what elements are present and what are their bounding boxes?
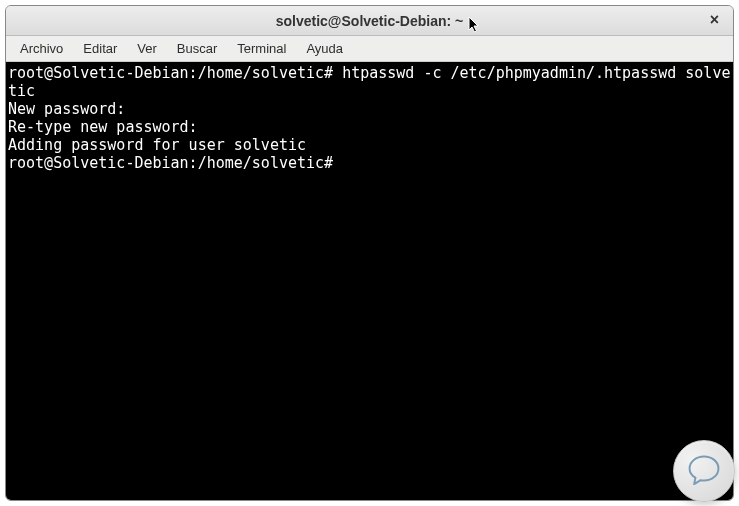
menu-buscar[interactable]: Buscar [167, 38, 227, 59]
close-button[interactable]: × [706, 12, 723, 28]
terminal-line: Adding password for user solvetic [8, 136, 306, 154]
menu-editar[interactable]: Editar [73, 38, 127, 59]
menu-archivo[interactable]: Archivo [10, 38, 73, 59]
terminal-line: New password: [8, 100, 125, 118]
terminal-line: root@Solvetic-Debian:/home/solvetic# [8, 154, 342, 172]
terminal-line: Re-type new password: [8, 118, 198, 136]
titlebar[interactable]: solvetic@Solvetic-Debian: ~ × [6, 6, 733, 36]
terminal-output[interactable]: root@Solvetic-Debian:/home/solvetic# htp… [6, 62, 733, 500]
menu-terminal[interactable]: Terminal [227, 38, 296, 59]
chat-widget-button[interactable] [673, 440, 735, 502]
menu-ayuda[interactable]: Ayuda [296, 38, 353, 59]
terminal-window: solvetic@Solvetic-Debian: ~ × Archivo Ed… [5, 5, 734, 501]
terminal-line: root@Solvetic-Debian:/home/solvetic# htp… [8, 64, 730, 100]
menubar: Archivo Editar Ver Buscar Terminal Ayuda [6, 36, 733, 62]
chat-icon [683, 450, 725, 492]
menu-ver[interactable]: Ver [127, 38, 167, 59]
window-title: solvetic@Solvetic-Debian: ~ [276, 13, 464, 29]
